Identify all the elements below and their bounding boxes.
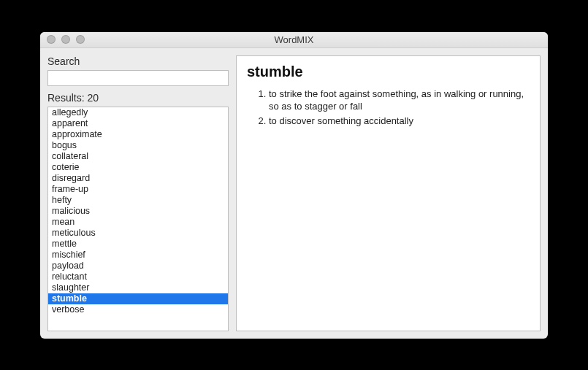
window-title: WordMIX	[40, 34, 548, 45]
list-item[interactable]: slaughter	[48, 282, 228, 293]
minimize-icon[interactable]	[61, 35, 70, 44]
list-item[interactable]: mettle	[48, 239, 228, 250]
search-label: Search	[47, 55, 229, 67]
list-item[interactable]: coterie	[48, 162, 228, 173]
left-panel: Search Results: 20 allegedlyapparentappr…	[47, 55, 229, 331]
list-item[interactable]: frame-up	[48, 184, 228, 195]
list-item[interactable]: allegedly	[48, 107, 228, 118]
zoom-icon[interactable]	[76, 35, 85, 44]
list-item[interactable]: stumble	[48, 293, 228, 304]
list-item[interactable]: approximate	[48, 129, 228, 140]
content-area: Search Results: 20 allegedlyapparentappr…	[40, 48, 548, 339]
window-controls	[40, 35, 85, 44]
close-icon[interactable]	[47, 35, 56, 44]
results-label: Results: 20	[47, 92, 229, 104]
detail-panel: stumble to strike the foot against somet…	[236, 55, 541, 331]
list-item[interactable]: payload	[48, 261, 228, 271]
results-listbox[interactable]: allegedlyapparentapproximateboguscollate…	[47, 107, 229, 331]
definition-item: to strike the foot against something, as…	[269, 88, 530, 113]
list-item[interactable]: disregard	[48, 173, 228, 184]
list-item[interactable]: collateral	[48, 151, 228, 162]
list-item[interactable]: mean	[48, 217, 228, 228]
titlebar: WordMIX	[40, 32, 548, 48]
list-item[interactable]: hefty	[48, 195, 228, 206]
definition-list: to strike the foot against something, as…	[247, 88, 530, 128]
word-title: stumble	[247, 63, 530, 80]
definition-item: to discover something accidentally	[269, 115, 530, 128]
list-item[interactable]: reluctant	[48, 271, 228, 282]
list-item[interactable]: apparent	[48, 118, 228, 129]
list-item[interactable]: bogus	[48, 140, 228, 151]
app-window: WordMIX Search Results: 20 allegedlyappa…	[40, 32, 548, 339]
list-item[interactable]: verbose	[48, 304, 228, 315]
list-item[interactable]: mischief	[48, 250, 228, 261]
list-item[interactable]: meticulous	[48, 228, 228, 239]
list-item[interactable]: malicious	[48, 206, 228, 217]
search-input[interactable]	[47, 70, 229, 86]
